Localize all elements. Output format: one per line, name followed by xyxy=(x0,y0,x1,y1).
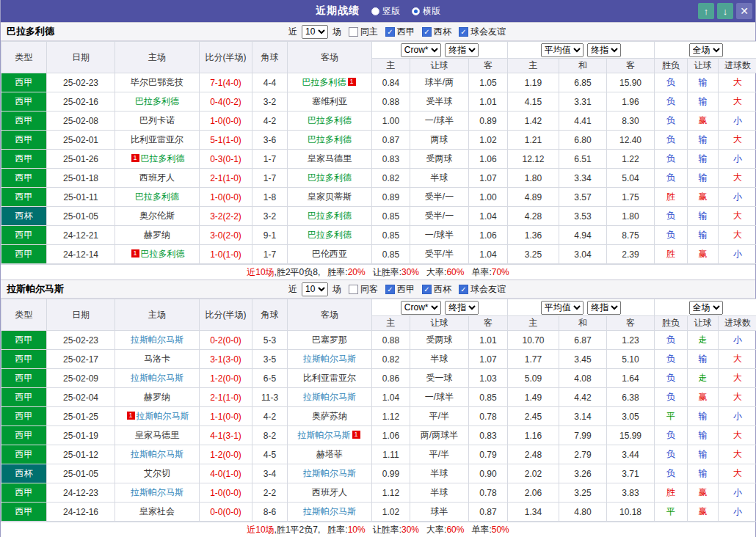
team-name-link[interactable]: 拉斯帕尔马斯 xyxy=(131,335,183,345)
team-name-link[interactable]: 巴拉多利德 xyxy=(135,96,179,106)
team-name-link[interactable]: 塞维利亚 xyxy=(312,96,347,106)
team-name-link[interactable]: 拉斯帕尔马斯 xyxy=(303,506,356,516)
goals-result-cell: 小 xyxy=(719,483,756,503)
col-asian-handicap: 让球 xyxy=(410,316,469,331)
team-name-link[interactable]: 拉斯帕尔马斯 xyxy=(131,487,183,497)
team-name-link[interactable]: 巴拉多利德 xyxy=(302,77,346,87)
team-name-link[interactable]: 艾尔切 xyxy=(144,468,170,478)
filter-checkbox-same-venue[interactable]: 同客 xyxy=(349,283,378,296)
filter-checkbox-friendly[interactable]: 球会友谊 xyxy=(459,26,506,38)
team-name-link[interactable]: 奥尔伦斯 xyxy=(139,211,175,221)
corner-cell: 3-2 xyxy=(252,207,288,226)
euro-time-select[interactable]: 终指 xyxy=(587,301,621,315)
team-name-link[interactable]: 巴塞罗那 xyxy=(312,335,347,345)
team-name-link[interactable]: 西班牙人 xyxy=(139,172,175,183)
team-name-link[interactable]: 皇家贝蒂斯 xyxy=(308,191,352,202)
layout-radio-horizontal[interactable]: 横版 xyxy=(412,5,440,18)
asian-time-select[interactable]: 终指 xyxy=(445,301,479,315)
scope-select[interactable]: 全场 xyxy=(689,301,723,315)
match-row: 西甲25-01-18西班牙人2-1(1-0)1-7巴拉多利德0.82半球1.07… xyxy=(1,169,756,188)
goals-result-cell: 大 xyxy=(719,73,756,92)
team-name-link[interactable]: 巴拉多利德 xyxy=(141,249,185,259)
filter-checkbox-friendly[interactable]: 球会友谊 xyxy=(459,283,506,296)
asian-away-odds: 1.02 xyxy=(469,131,508,150)
team-name-link[interactable]: 比利亚雷亚尔 xyxy=(303,373,356,383)
team-name-link[interactable]: 马洛卡 xyxy=(144,354,170,364)
team-name-link[interactable]: 赫塔菲 xyxy=(316,449,343,459)
team-name-link[interactable]: 比利亚雷亚尔 xyxy=(131,134,183,145)
scroll-up-button[interactable]: ↑ xyxy=(698,3,714,19)
filter-checkbox-copa[interactable]: 西杯 xyxy=(422,283,451,296)
team-name-link[interactable]: 拉斯帕尔马斯 xyxy=(298,430,351,440)
average-select[interactable]: 平均值 xyxy=(541,301,584,315)
team-name-link[interactable]: 拉斯帕尔马斯 xyxy=(303,354,356,364)
team-name-link[interactable]: 拉斯帕尔马斯 xyxy=(131,449,183,459)
euro-time-select[interactable]: 终指 xyxy=(587,43,621,57)
table-controls-row: 类型 日期 主场 比分(半场) 角球 客场 Crow* 终指 平均值 终指 xyxy=(1,299,756,316)
away-team-cell: 巴拉多利德1 xyxy=(288,73,372,92)
filter-checkbox-copa[interactable]: 西杯 xyxy=(422,26,451,38)
corner-cell: 1-7 xyxy=(252,245,288,264)
league-badge: 西甲 xyxy=(1,245,47,264)
team-name-link[interactable]: 巴拉多利德 xyxy=(135,191,179,202)
team-name-link[interactable]: 巴拉多利德 xyxy=(308,172,352,183)
col-type: 类型 xyxy=(1,299,47,331)
recent-count-select[interactable]: 10 xyxy=(302,25,328,39)
corner-cell: 3-2 xyxy=(252,92,288,112)
asian-home-odds: 0.99 xyxy=(372,464,410,483)
team-name-link[interactable]: 拉斯帕尔马斯 xyxy=(131,373,183,383)
filter-checkbox-same-venue[interactable]: 同主 xyxy=(349,26,378,38)
average-select[interactable]: 平均值 xyxy=(541,43,584,57)
team-name-link[interactable]: 巴拉多利德 xyxy=(141,153,185,164)
team-name-link[interactable]: 赫罗纳 xyxy=(144,230,170,240)
match-date: 25-02-01 xyxy=(47,131,115,150)
scroll-down-button[interactable]: ↓ xyxy=(717,3,733,19)
layout-radio-vertical[interactable]: 竖版 xyxy=(371,5,400,18)
team-name-link[interactable]: 巴拉多利德 xyxy=(308,115,352,125)
filter-checkbox-laliga[interactable]: 西甲 xyxy=(385,26,415,38)
scope-select[interactable]: 全场 xyxy=(689,43,723,57)
handicap-result-cell: 走 xyxy=(688,369,719,388)
match-row: 西甲25-02-16巴拉多利德0-4(0-2)3-2塞维利亚0.88受半球1.0… xyxy=(1,92,756,112)
team-name-link[interactable]: 皇家马德里 xyxy=(308,153,352,164)
team-name-link[interactable]: 拉斯帕尔马斯 xyxy=(137,411,189,421)
team-name-link[interactable]: 奥萨苏纳 xyxy=(312,411,347,421)
team-name-link[interactable]: 巴列卡诺 xyxy=(139,115,175,125)
euro-away-odds: 1.80 xyxy=(607,207,655,226)
euro-draw-odds: 3.25 xyxy=(559,483,607,503)
team-name-link[interactable]: 赫罗纳 xyxy=(144,392,170,402)
home-team-cell: 拉斯帕尔马斯 xyxy=(115,331,200,350)
team-name-link[interactable]: 拉斯帕尔马斯 xyxy=(303,468,356,478)
euro-home-odds: 2.06 xyxy=(508,483,559,503)
team-name-link[interactable]: 西班牙人 xyxy=(312,487,347,497)
close-button[interactable]: ✕ xyxy=(736,3,752,19)
euro-home-odds: 1.42 xyxy=(508,112,559,131)
bookmaker-select[interactable]: Crow* xyxy=(401,43,441,57)
away-team-cell: 皇家马德里 xyxy=(288,150,372,169)
team-name-link[interactable]: 巴拉多利德 xyxy=(308,134,352,145)
team-name-link[interactable]: 巴拉多利德 xyxy=(308,211,352,221)
result-cell: 负 xyxy=(655,73,688,92)
match-rows: 西甲25-02-23拉斯帕尔马斯0-2(0-0)5-3巴塞罗那0.88受两球1.… xyxy=(1,331,756,522)
checkbox-label: 西杯 xyxy=(434,283,451,296)
match-row: 西甲25-02-23拉斯帕尔马斯0-2(0-0)5-3巴塞罗那0.88受两球1.… xyxy=(1,331,756,350)
col-handicap-result: 让球 xyxy=(688,59,719,73)
summary-record: ,胜2平0负8, xyxy=(275,266,321,279)
away-team-cell: 塞维利亚 xyxy=(288,92,372,112)
asian-time-select[interactable]: 终指 xyxy=(445,43,479,57)
euro-away-odds: 3.71 xyxy=(607,464,655,483)
team-name-link[interactable]: 皇家社会 xyxy=(139,506,175,516)
recent-count-select[interactable]: 10 xyxy=(302,282,328,296)
team-name-link[interactable]: 巴伦西亚 xyxy=(312,249,347,259)
match-date: 25-01-18 xyxy=(47,169,115,188)
match-date: 25-02-23 xyxy=(47,331,115,350)
team-name-link[interactable]: 毕尔巴鄂竞技 xyxy=(131,77,183,87)
bookmaker-select[interactable]: Crow* xyxy=(401,301,441,315)
team-name-link[interactable]: 巴拉多利德 xyxy=(308,230,352,240)
filter-checkbox-laliga[interactable]: 西甲 xyxy=(385,283,415,296)
asian-away-odds: 1.05 xyxy=(469,73,508,92)
handicap-result-cell: 输 xyxy=(688,226,719,245)
asian-away-odds: 0.79 xyxy=(469,445,508,464)
team-name-link[interactable]: 皇家马德里 xyxy=(135,430,179,440)
team-name-link[interactable]: 拉斯帕尔马斯 xyxy=(303,392,356,402)
